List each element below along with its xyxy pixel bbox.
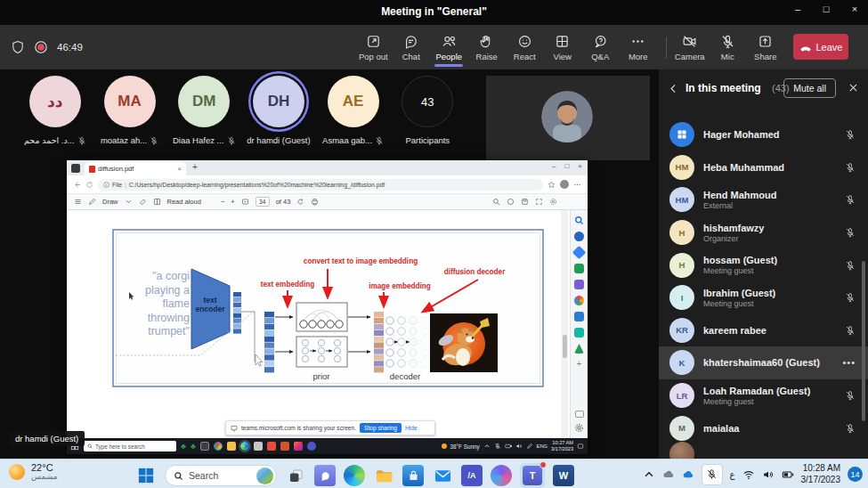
- mic-off-icon[interactable]: [845, 423, 856, 434]
- mute-all-button[interactable]: Mute all: [783, 78, 836, 98]
- volume-icon[interactable]: [762, 468, 775, 481]
- chevron-down-icon[interactable]: [125, 198, 133, 206]
- participant-row-loah-ramadan-guest[interactable]: LRLoah Ramadan (Guest)Meeting guest: [659, 379, 868, 412]
- sidebar-outlook-icon[interactable]: [574, 312, 584, 321]
- toolbar-tab-react[interactable]: React: [506, 25, 544, 69]
- zoom-in-icon[interactable]: +: [231, 198, 234, 206]
- refresh-icon[interactable]: [85, 181, 93, 189]
- volume-icon[interactable]: [515, 443, 523, 450]
- avatar-tile-participants[interactable]: 43Participants: [390, 76, 465, 145]
- participant-row-hossam-guest[interactable]: Hhossam (Guest)Meeting guest: [659, 248, 868, 281]
- file-explorer-button[interactable]: [373, 465, 394, 486]
- toolbar-tab-q-a[interactable]: Q&A: [581, 25, 620, 69]
- close-button[interactable]: ×: [848, 4, 861, 14]
- avatar-tile-diaa-hafez[interactable]: DMDiaa Hafez ...: [166, 76, 241, 145]
- toolbar-tab-people[interactable]: People: [430, 25, 468, 69]
- copilot-button[interactable]: [491, 465, 512, 486]
- browser-close-button[interactable]: ×: [578, 162, 582, 170]
- more-options-icon[interactable]: •••: [842, 357, 856, 368]
- highlight-icon[interactable]: [507, 198, 515, 206]
- url-field[interactable]: File | C:/Users/hp/Desktop/deep-learning…: [98, 179, 543, 191]
- search-highlight-image[interactable]: [256, 468, 273, 484]
- participant-row-hend-mahmoud[interactable]: HMHend MahmoudExternal: [659, 183, 868, 216]
- sidebar-people-icon[interactable]: [574, 280, 584, 289]
- toolbar-tab-pop-out[interactable]: Pop out: [354, 25, 393, 69]
- rotate-icon[interactable]: [296, 198, 304, 206]
- shared-weather-label[interactable]: 38°F Sunny: [450, 443, 480, 450]
- edge-icon[interactable]: [240, 442, 249, 451]
- toolbar-tab-more[interactable]: More: [620, 25, 658, 69]
- sidebar-copilot-icon[interactable]: [574, 232, 584, 241]
- browser-workspace-icon[interactable]: [71, 164, 80, 173]
- participant-row-hishamfawzy[interactable]: HhishamfawzyOrganizer: [659, 216, 868, 249]
- page-number-input[interactable]: 34: [256, 197, 270, 207]
- notification-icon[interactable]: [577, 443, 584, 450]
- wifi-icon[interactable]: [742, 468, 755, 481]
- browser-more-icon[interactable]: [573, 181, 581, 189]
- participant-row-maialaa[interactable]: Mmaialaa: [659, 411, 868, 444]
- taskbar-clock[interactable]: 10:28 AM 3/17/2023: [801, 463, 841, 485]
- shared-clock[interactable]: 10:27 AM 3/17/2023: [551, 440, 573, 451]
- browser-minimize-button[interactable]: –: [552, 162, 556, 170]
- notification-badge[interactable]: 14: [848, 467, 863, 482]
- pen-icon[interactable]: [526, 443, 533, 450]
- toolbar-tab-raise[interactable]: Raise: [468, 25, 507, 69]
- sidebar-feedback-icon[interactable]: [575, 411, 584, 418]
- eraser-icon[interactable]: [139, 198, 147, 206]
- sidebar-settings-icon[interactable]: [574, 423, 584, 433]
- chrome-icon[interactable]: [214, 442, 223, 451]
- mic-off-icon[interactable]: [845, 260, 856, 271]
- close-panel-icon[interactable]: [848, 82, 859, 94]
- page-info-icon[interactable]: [103, 182, 110, 188]
- tray-chevron-up-icon[interactable]: [643, 468, 655, 481]
- toolbar-mic-button[interactable]: Mic: [709, 25, 747, 69]
- shared-screen[interactable]: diffusion.pdf × + – □ × File | C:/Us: [67, 160, 588, 454]
- zoom-out-icon[interactable]: −: [221, 198, 224, 206]
- back-icon[interactable]: [73, 181, 81, 189]
- shared-search-box[interactable]: Type here to search: [84, 441, 176, 451]
- mic-off-icon[interactable]: [845, 227, 856, 238]
- weather-cloud-icon[interactable]: [662, 468, 675, 481]
- file-explorer-icon[interactable]: [227, 442, 236, 451]
- task-view-icon[interactable]: [200, 442, 209, 451]
- mail-button[interactable]: [432, 465, 453, 486]
- search-icon[interactable]: [492, 198, 500, 206]
- taskbar-search-box[interactable]: Search: [165, 465, 277, 486]
- word-button[interactable]: W: [553, 465, 574, 486]
- onenote-icon[interactable]: [254, 442, 263, 451]
- stop-sharing-button[interactable]: Stop sharing: [360, 423, 402, 433]
- battery-icon[interactable]: [782, 468, 794, 481]
- mic-off-icon[interactable]: [845, 162, 856, 173]
- participant-row-heba-muhammad[interactable]: HMHeba Muhammad: [659, 151, 868, 184]
- maximize-button[interactable]: □: [820, 4, 832, 14]
- pdf-draw-label[interactable]: Draw: [102, 198, 118, 206]
- pdf-menu-icon[interactable]: [74, 198, 82, 206]
- tray-chevron-icon[interactable]: [483, 443, 491, 450]
- participant-row-ibrahim-guest[interactable]: IIbrahim (Guest)Meeting guest: [659, 281, 868, 314]
- onedrive-icon[interactable]: [682, 468, 694, 481]
- video-tile[interactable]: [486, 76, 650, 160]
- weather-widget[interactable]: 22°C مشمس: [9, 462, 58, 482]
- mic-off-icon[interactable]: [494, 443, 501, 450]
- new-tab-button[interactable]: +: [192, 163, 198, 172]
- app-tile-button[interactable]: /A: [461, 465, 483, 486]
- avatar-tile-د-احمد-محم[interactable]: ددد. احمد محم...: [18, 76, 93, 145]
- browser-tab[interactable]: diffusion.pdf ×: [85, 162, 186, 175]
- settings-gear-icon[interactable]: [549, 198, 557, 206]
- sidebar-search-icon[interactable]: [574, 216, 584, 225]
- microsoft-store-button[interactable]: [402, 465, 424, 486]
- save-icon[interactable]: [521, 198, 529, 206]
- sidebar-tools-icon[interactable]: [574, 264, 584, 273]
- back-chevron-icon[interactable]: [668, 83, 679, 94]
- browser-maximize-button[interactable]: □: [564, 162, 569, 170]
- participant-row-kareem-rabee[interactable]: KRkareem rabee: [659, 314, 868, 347]
- sidebar-tree-icon[interactable]: [574, 344, 584, 354]
- sidebar-add-icon[interactable]: +: [577, 360, 582, 368]
- panel-scrollbar[interactable]: [862, 261, 865, 421]
- avatar-tile-asmaa-gab[interactable]: AEAsmaa gab...: [316, 76, 391, 145]
- mic-off-icon[interactable]: [845, 129, 856, 140]
- read-aloud-label[interactable]: Read aloud: [167, 198, 201, 206]
- teams-app-button[interactable]: T: [520, 463, 545, 488]
- toolbar-camera-button[interactable]: Camera: [671, 25, 710, 69]
- pen-icon[interactable]: [88, 198, 96, 206]
